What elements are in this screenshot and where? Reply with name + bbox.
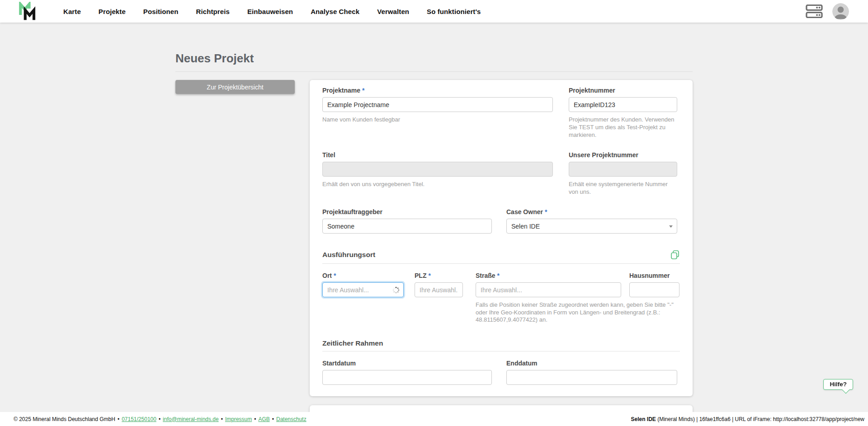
nav-item-so-funktionierts[interactable]: So funktioniert's: [427, 8, 481, 15]
footer-link-phone[interactable]: 07151/250100: [122, 416, 156, 422]
startdatum-label: Startdatum: [322, 360, 492, 367]
titel-label: Titel: [322, 151, 553, 159]
case-owner-label: Case Owner*: [506, 208, 677, 215]
projektnummer-input[interactable]: [569, 97, 677, 112]
server-icon[interactable]: [805, 5, 823, 18]
plz-input[interactable]: [415, 282, 463, 297]
footer-session-info: Selen IDE (Mineral Minds) | 16fae1ffc6a6…: [631, 416, 865, 422]
required-asterisk: *: [545, 208, 547, 215]
footer-link-agb[interactable]: AGB: [258, 416, 269, 422]
nav-item-positionen[interactable]: Positionen: [143, 8, 179, 15]
nav-item-richtpreis[interactable]: Richtpreis: [196, 8, 230, 15]
footer-iframe-info: (Mineral Minds) | 16fae1ffc6a6 | URL of …: [656, 416, 864, 422]
strasse-input[interactable]: [476, 282, 621, 297]
main-content: Neues Projekt Zur Projektübersicht Proje…: [0, 23, 868, 412]
hausnummer-label: Hausnummer: [629, 272, 679, 279]
section-zeitlicher-rahmen: Zeitlicher Rahmen: [322, 339, 680, 347]
startdatum-input[interactable]: [322, 370, 492, 385]
nav-item-karte[interactable]: Karte: [63, 8, 81, 15]
left-column: Zur Projektübersicht: [175, 80, 295, 94]
page-title: Neues Projekt: [175, 51, 693, 66]
footer-link-email[interactable]: info@mineral-minds.de: [163, 416, 219, 422]
required-asterisk: *: [428, 272, 430, 279]
nav-item-verwalten[interactable]: Verwalten: [377, 8, 409, 15]
section-ausfuehrungsort-title: Ausführungsort: [322, 251, 375, 259]
field-projektname: Projektname* Name vom Kunden festlegbar: [322, 87, 553, 123]
unsere-projektnummer-helper: Erhält eine systemgenerierte Nummer von …: [569, 180, 677, 196]
section-divider: [322, 351, 680, 351]
enddatum-label: Enddatum: [506, 360, 677, 367]
section-zeitlicher-rahmen-title: Zeitlicher Rahmen: [322, 339, 383, 347]
nav-item-einbauweisen[interactable]: Einbauweisen: [247, 8, 293, 15]
field-strasse: Straße*: [476, 272, 621, 297]
projektauftraggeber-label: Projektauftraggeber: [322, 208, 492, 215]
field-startdatum: Startdatum: [322, 360, 492, 385]
unsere-projektnummer-label: Unsere Projektnummer: [569, 151, 677, 159]
next-form-card: [310, 405, 693, 412]
field-ort: Ort*: [322, 272, 404, 297]
required-asterisk: *: [334, 272, 336, 279]
titel-input: [322, 162, 553, 177]
field-unsere-projektnummer: Unsere Projektnummer Erhält eine systemg…: [569, 151, 677, 196]
field-case-owner: Case Owner* Selen IDE: [506, 208, 677, 234]
nav-item-projekte[interactable]: Projekte: [99, 8, 126, 15]
zur-projektuebersicht-button[interactable]: Zur Projektübersicht: [175, 80, 295, 94]
projektnummer-helper: Projektnummer des Kunden. Verwenden Sie …: [569, 116, 677, 139]
strasse-label: Straße*: [476, 272, 621, 279]
footer-link-datenschutz[interactable]: Datenschutz: [276, 416, 307, 422]
user-avatar[interactable]: [832, 3, 849, 20]
loading-spinner-icon: [392, 286, 400, 294]
projektname-helper: Name vom Kunden festlegbar: [322, 116, 553, 123]
hausnummer-input[interactable]: [629, 282, 679, 297]
case-owner-selected-value: Selen IDE: [511, 223, 540, 230]
section-ausfuehrungsort: Ausführungsort: [322, 250, 680, 260]
enddatum-input[interactable]: [506, 370, 677, 385]
plz-label: PLZ*: [415, 272, 463, 279]
required-asterisk: *: [362, 87, 364, 94]
main-nav: Karte Projekte Positionen Richtpreis Ein…: [63, 8, 481, 15]
footer-user-name: Selen IDE: [631, 416, 656, 422]
projektname-label: Projektname*: [322, 87, 553, 94]
chevron-down-icon: [669, 225, 673, 228]
footer: © 2025 Mineral Minds Deutschland GmbH • …: [0, 412, 868, 426]
section-divider: [322, 263, 680, 264]
logo-icon: [18, 2, 37, 21]
mineral-minds-logo[interactable]: [18, 2, 37, 21]
unsere-projektnummer-input: [569, 162, 677, 177]
case-owner-select[interactable]: Selen IDE: [506, 219, 677, 234]
footer-left: © 2025 Mineral Minds Deutschland GmbH • …: [14, 416, 307, 422]
field-projektnummer: Projektnummer Projektnummer des Kunden. …: [569, 87, 677, 139]
topbar-right-actions: [805, 3, 849, 20]
projektname-input[interactable]: [322, 97, 553, 112]
projektauftraggeber-input[interactable]: [322, 219, 492, 234]
nav-item-analyse-check[interactable]: Analyse Check: [311, 8, 359, 15]
ort-input[interactable]: [322, 282, 404, 297]
footer-link-impressum[interactable]: Impressum: [225, 416, 252, 422]
copyright-text: © 2025 Mineral Minds Deutschland GmbH: [14, 416, 115, 422]
copy-location-button[interactable]: [670, 250, 680, 260]
field-hausnummer: Hausnummer: [629, 272, 679, 297]
new-project-form-card: Projektname* Name vom Kunden festlegbar …: [310, 80, 693, 396]
user-avatar-icon: [832, 3, 849, 20]
title-divider: [175, 71, 693, 72]
field-plz: PLZ*: [415, 272, 463, 297]
strasse-helper: Falls die Position keiner Straße zugeord…: [476, 301, 684, 324]
hilfe-button[interactable]: Hilfe?: [823, 379, 853, 390]
titel-helper: Erhält den von uns vorgegebenen Titel.: [322, 180, 553, 188]
required-asterisk: *: [497, 272, 500, 279]
field-enddatum: Enddatum: [506, 360, 677, 385]
projektnummer-label: Projektnummer: [569, 87, 677, 94]
top-navigation-bar: Karte Projekte Positionen Richtpreis Ein…: [0, 0, 868, 23]
field-projektauftraggeber: Projektauftraggeber: [322, 208, 492, 234]
copy-icon: [670, 250, 680, 260]
ort-label: Ort*: [322, 272, 404, 279]
field-titel: Titel Erhält den von uns vorgegebenen Ti…: [322, 151, 553, 188]
